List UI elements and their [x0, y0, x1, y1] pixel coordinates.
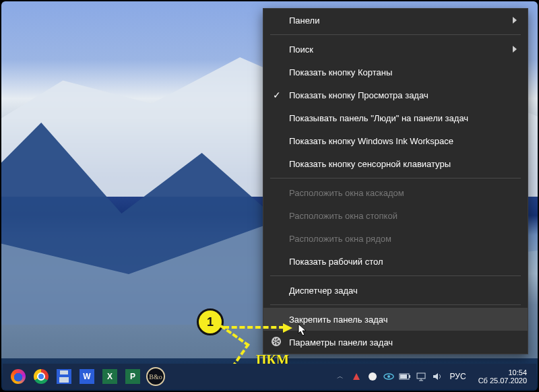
- menu-label: Показать кнопку сенсорной клавиатуры: [289, 159, 451, 169]
- tray-language[interactable]: РУС: [447, 372, 469, 381]
- floppy-icon: [57, 369, 71, 384]
- menu-separator: [270, 178, 521, 178]
- menu-separator: [270, 304, 521, 305]
- menu-item-task-manager[interactable]: Диспетчер задач: [263, 279, 528, 302]
- svg-rect-5: [400, 374, 407, 379]
- svg-point-2: [387, 375, 390, 378]
- menu-item-taskview[interactable]: Показать кнопку Просмотра задач: [263, 84, 528, 106]
- menu-label: Расположить окна рядом: [289, 234, 391, 244]
- system-tray: ︿ РУС 10:54 Сб 25.07.2020: [334, 368, 536, 385]
- menu-label: Закрепить панель задач: [289, 315, 388, 325]
- menu-item-taskbar-settings[interactable]: Параметры панели задач: [263, 331, 528, 354]
- tray-network[interactable]: [415, 370, 427, 383]
- taskbar[interactable]: W X P B&o ︿ РУС 10:54 Сб 25.07.2020: [3, 364, 536, 389]
- menu-item-cascade: Расположить окна каскадом: [263, 181, 528, 204]
- taskbar-app-bo[interactable]: B&o: [146, 366, 166, 387]
- volume-icon: [432, 372, 443, 381]
- svg-rect-6: [417, 373, 425, 379]
- menu-item-toolbars[interactable]: Панели: [263, 9, 528, 32]
- network-icon: [416, 372, 426, 381]
- svg-rect-4: [409, 375, 410, 378]
- excel-icon: X: [102, 369, 117, 384]
- clock-date: Сб 25.07.2020: [478, 377, 527, 385]
- taskbar-app-word[interactable]: W: [77, 366, 97, 387]
- menu-label: Показать кнопку Просмотра задач: [289, 90, 429, 100]
- menu-item-stack: Расположить окна стопкой: [263, 204, 528, 227]
- menu-label: Параметры панели задач: [289, 337, 393, 348]
- taskbar-left: W X P B&o: [3, 366, 166, 387]
- menu-item-people[interactable]: Показывать панель "Люди" на панели задач: [263, 106, 528, 129]
- menu-item-sidebyside: Расположить окна рядом: [263, 227, 528, 250]
- triangle-icon: [352, 372, 361, 381]
- tray-battery[interactable]: [399, 370, 411, 383]
- tray-icon[interactable]: [383, 370, 395, 383]
- eye-icon: [383, 373, 394, 380]
- menu-item-search[interactable]: Поиск: [263, 38, 528, 61]
- tray-overflow-button[interactable]: ︿: [334, 370, 346, 383]
- svg-point-0: [369, 372, 377, 381]
- publisher-icon: P: [125, 369, 140, 384]
- chrome-icon: [34, 369, 49, 384]
- menu-label: Расположить окна каскадом: [289, 188, 404, 198]
- menu-item-lock-taskbar[interactable]: Закрепить панель задач: [263, 308, 528, 331]
- clock-time: 10:54: [508, 368, 527, 377]
- taskbar-context-menu: Панели Поиск Показать кнопку Кортаны Пок…: [263, 8, 528, 354]
- word-icon: W: [80, 369, 94, 384]
- menu-item-show-desktop[interactable]: Показать рабочий стол: [263, 250, 528, 273]
- taskbar-app-save[interactable]: [54, 366, 74, 387]
- taskbar-app-publisher[interactable]: P: [123, 366, 143, 387]
- menu-label: Показывать панель "Люди" на панели задач: [289, 113, 468, 123]
- menu-label: Расположить окна стопкой: [289, 211, 398, 221]
- menu-separator: [270, 275, 521, 276]
- screenshot-frame: Панели Поиск Показать кнопку Кортаны Пок…: [0, 0, 539, 392]
- menu-item-cortana[interactable]: Показать кнопку Кортаны: [263, 61, 528, 84]
- tray-icon[interactable]: [367, 370, 379, 383]
- taskbar-app-excel[interactable]: X: [100, 366, 120, 387]
- menu-label: Показать кнопку Кортаны: [289, 67, 392, 77]
- tray-clock[interactable]: 10:54 Сб 25.07.2020: [473, 368, 532, 385]
- tray-volume[interactable]: [431, 370, 443, 383]
- menu-label: Показать кнопку Windows Ink Workspace: [289, 136, 453, 146]
- menu-label: Панели: [289, 15, 319, 26]
- taskbar-app-firefox[interactable]: [8, 366, 28, 387]
- app-icon: [368, 372, 377, 381]
- menu-item-ink[interactable]: Показать кнопку Windows Ink Workspace: [263, 129, 528, 152]
- menu-item-touchkb[interactable]: Показать кнопку сенсорной клавиатуры: [263, 152, 528, 175]
- menu-label: Поиск: [289, 44, 313, 55]
- battery-icon: [399, 373, 411, 380]
- tray-icon[interactable]: [350, 370, 362, 383]
- menu-label: Показать рабочий стол: [289, 257, 383, 267]
- firefox-icon: [11, 369, 26, 384]
- taskbar-app-chrome[interactable]: [31, 366, 51, 387]
- annotation-arrow-icon: [224, 326, 284, 329]
- menu-label: Диспетчер задач: [289, 286, 358, 296]
- menu-separator: [270, 34, 521, 35]
- bo-icon: B&o: [146, 367, 165, 386]
